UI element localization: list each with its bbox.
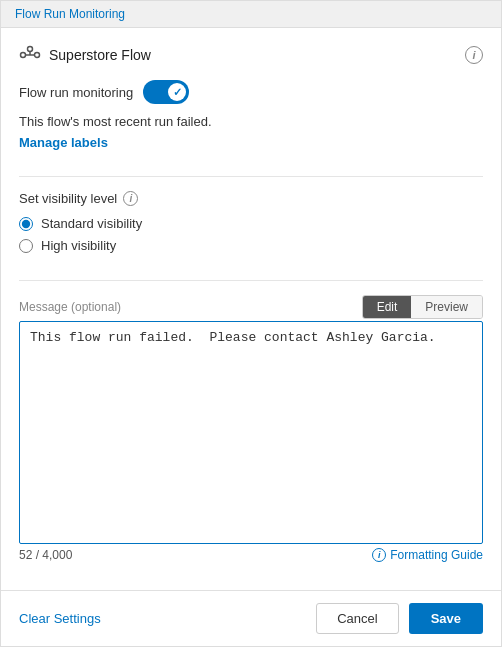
bottom-bar: Clear Settings Cancel Save xyxy=(1,590,501,646)
flow-title-row: Superstore Flow xyxy=(19,44,151,66)
breadcrumb: Flow Run Monitoring xyxy=(1,1,501,28)
formatting-guide-text: Formatting Guide xyxy=(390,548,483,562)
svg-point-2 xyxy=(35,53,40,58)
toggle-checkmark: ✓ xyxy=(173,86,182,99)
formatting-info-icon: i xyxy=(372,548,386,562)
manage-labels-link[interactable]: Manage labels xyxy=(19,135,483,150)
flow-name: Superstore Flow xyxy=(49,47,151,63)
save-button[interactable]: Save xyxy=(409,603,483,634)
standard-visibility-row: Standard visibility xyxy=(19,216,483,231)
visibility-info-icon[interactable]: i xyxy=(123,191,138,206)
visibility-section-label: Set visibility level xyxy=(19,191,117,206)
svg-point-1 xyxy=(28,47,33,52)
failed-message: This flow's most recent run failed. xyxy=(19,114,483,129)
main-panel: Flow Run Monitoring Superstore Flow i xyxy=(0,0,502,647)
message-textarea[interactable]: This flow run failed. Please contact Ash… xyxy=(19,321,483,544)
svg-point-0 xyxy=(21,53,26,58)
edit-tab[interactable]: Edit xyxy=(363,296,412,318)
clear-settings-button[interactable]: Clear Settings xyxy=(19,611,101,626)
high-visibility-row: High visibility xyxy=(19,238,483,253)
toggle-label: Flow run monitoring xyxy=(19,85,133,100)
message-section: Message (optional) Edit Preview This flo… xyxy=(19,295,483,574)
cancel-button[interactable]: Cancel xyxy=(316,603,398,634)
breadcrumb-text: Flow Run Monitoring xyxy=(15,7,125,21)
flow-monitoring-toggle[interactable]: ✓ xyxy=(143,80,189,104)
action-buttons: Cancel Save xyxy=(316,603,483,634)
flow-info-icon[interactable]: i xyxy=(465,46,483,64)
visibility-section: Set visibility level i Standard visibili… xyxy=(19,191,483,260)
high-visibility-radio[interactable] xyxy=(19,239,33,253)
visibility-label-row: Set visibility level i xyxy=(19,191,483,206)
preview-tab[interactable]: Preview xyxy=(411,296,482,318)
formatting-guide-link[interactable]: i Formatting Guide xyxy=(372,548,483,562)
standard-visibility-radio[interactable] xyxy=(19,217,33,231)
message-footer: 52 / 4,000 i Formatting Guide xyxy=(19,548,483,562)
divider xyxy=(19,176,483,177)
high-visibility-label[interactable]: High visibility xyxy=(41,238,116,253)
edit-preview-tabs: Edit Preview xyxy=(362,295,483,319)
content-area: Superstore Flow i Flow run monitoring ✓ … xyxy=(1,28,501,590)
flow-header: Superstore Flow i xyxy=(19,44,483,66)
flow-icon xyxy=(19,44,41,66)
message-header: Message (optional) Edit Preview xyxy=(19,295,483,319)
standard-visibility-label[interactable]: Standard visibility xyxy=(41,216,142,231)
toggle-row: Flow run monitoring ✓ xyxy=(19,80,483,104)
message-label: Message (optional) xyxy=(19,300,121,314)
char-count: 52 / 4,000 xyxy=(19,548,72,562)
divider-2 xyxy=(19,280,483,281)
